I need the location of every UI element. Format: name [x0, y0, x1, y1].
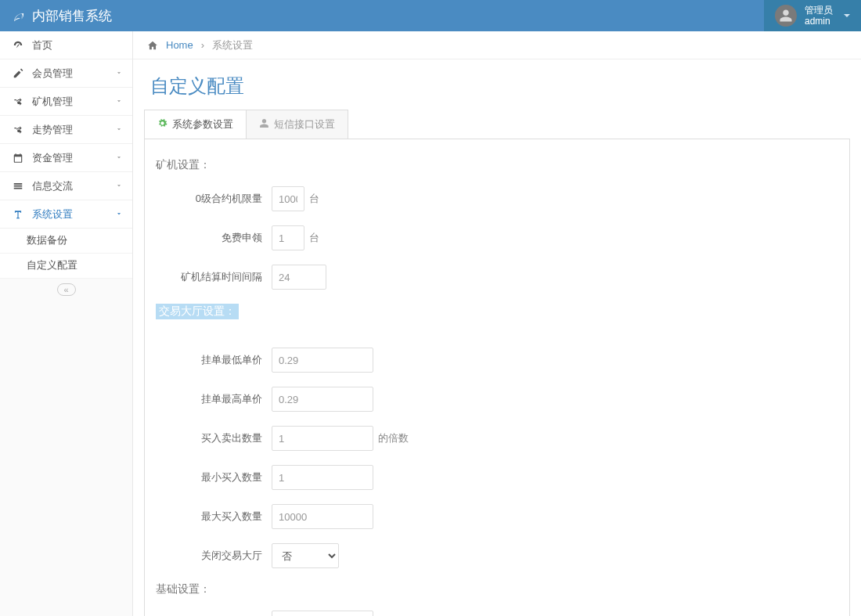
close-trade-select[interactable]: 否 — [272, 543, 339, 568]
calendar-icon — [12, 153, 24, 164]
page-title: 自定义配置 — [133, 59, 861, 110]
field-label: 挂单最高单价 — [156, 392, 272, 406]
tab-sms[interactable]: 短信接口设置 — [246, 110, 348, 139]
avatar — [775, 5, 797, 27]
row-settle-interval: 矿机结算时间间隔 — [156, 265, 838, 290]
sidebar-item-label: 首页 — [32, 38, 52, 52]
sidebar-item-label: 会员管理 — [32, 67, 73, 81]
form-panel: 矿机设置： 0级合约机限量 台 免费申领 台 矿机结算时间间隔 交易大厅设置： … — [144, 139, 850, 616]
trade-multi-input[interactable] — [272, 426, 373, 451]
sidebar-collapse-button[interactable]: « — [57, 283, 76, 296]
breadcrumb-current: 系统设置 — [212, 38, 253, 52]
user-icon — [779, 9, 793, 23]
sidebar-item-fund[interactable]: 资金管理 — [0, 144, 132, 172]
leaf-icon — [12, 9, 26, 23]
settle-interval-input[interactable] — [272, 265, 326, 290]
field-label: 最小买入数量 — [156, 470, 272, 485]
chevron-down-icon — [115, 208, 123, 220]
section-trade: 交易大厅设置： — [156, 304, 239, 319]
topbar: 内部销售系统 管理员 admin — [0, 0, 861, 31]
row-min-buy: 最小买入数量 — [156, 465, 838, 490]
field-label: 最大买入数量 — [156, 510, 272, 524]
dashboard-icon — [12, 40, 24, 51]
tabs: 系统参数设置 短信接口设置 — [144, 110, 850, 139]
field-label: 买入卖出数量 — [156, 431, 272, 445]
sidebar-subitem-backup[interactable]: 数据备份 — [0, 229, 132, 254]
breadcrumb: Home › 系统设置 — [133, 31, 861, 59]
field-label: 关闭交易大厅 — [156, 549, 272, 563]
brand: 内部销售系统 — [0, 7, 124, 25]
min-buy-input[interactable] — [272, 465, 373, 490]
chevron-down-icon — [115, 95, 123, 107]
chevron-down-icon — [115, 180, 123, 192]
content: Home › 系统设置 自定义配置 系统参数设置 短信接口设置 矿机设置： 0级… — [133, 31, 861, 616]
sidebar-subitem-custom[interactable]: 自定义配置 — [0, 254, 132, 279]
edit-icon — [12, 68, 24, 79]
tab-label: 系统参数设置 — [172, 117, 233, 131]
tab-label: 短信接口设置 — [274, 117, 335, 131]
min-price-input[interactable] — [272, 348, 373, 373]
free-claim-input[interactable] — [272, 225, 304, 250]
sidebar-item-label: 走势管理 — [32, 123, 73, 137]
sidebar-item-settings[interactable]: 系统设置 — [0, 200, 132, 229]
user-role: 管理员 — [805, 5, 833, 16]
row-trade-multi: 买入卖出数量 的倍数 — [156, 426, 838, 451]
caret-down-icon — [844, 14, 850, 17]
chevron-down-icon — [115, 152, 123, 164]
sidebar: 首页 会员管理 矿机管理 走势管理 资金管理 信息交流 — [0, 31, 133, 616]
user-menu[interactable]: 管理员 admin — [764, 0, 861, 31]
row-wechat: 客服微信号 — [156, 611, 838, 616]
list-icon — [12, 181, 24, 192]
field-label: 矿机结算时间间隔 — [156, 270, 272, 284]
text-icon — [12, 209, 24, 220]
field-suffix: 台 — [309, 231, 319, 245]
sidebar-item-label: 资金管理 — [32, 151, 73, 165]
sidebar-item-info[interactable]: 信息交流 — [0, 172, 132, 200]
field-suffix: 的倍数 — [378, 431, 409, 445]
field-label: 0级合约机限量 — [156, 192, 272, 206]
sidebar-item-label: 系统设置 — [32, 207, 73, 222]
max-buy-input[interactable] — [272, 504, 373, 529]
user-text: 管理员 admin — [805, 5, 833, 27]
chevron-down-icon — [115, 67, 123, 79]
sidebar-item-miner[interactable]: 矿机管理 — [0, 88, 132, 116]
cogs-icon — [157, 118, 168, 131]
shuffle-icon — [12, 124, 24, 135]
breadcrumb-sep: › — [201, 39, 204, 51]
sidebar-item-label: 矿机管理 — [32, 95, 73, 109]
field-label: 免费申领 — [156, 231, 272, 245]
sidebar-item-home[interactable]: 首页 — [0, 31, 132, 59]
row-max-price: 挂单最高单价 — [156, 387, 838, 412]
row-close-trade: 关闭交易大厅 否 — [156, 543, 838, 568]
home-icon — [147, 40, 158, 51]
section-miner: 矿机设置： — [156, 158, 838, 172]
sidebar-item-trend[interactable]: 走势管理 — [0, 116, 132, 144]
sidebar-item-member[interactable]: 会员管理 — [0, 59, 132, 88]
breadcrumb-home[interactable]: Home — [166, 39, 193, 51]
field-label: 挂单最低单价 — [156, 353, 272, 367]
miner-limit-input[interactable] — [272, 186, 304, 211]
shuffle-icon — [12, 96, 24, 107]
chevron-down-icon — [115, 124, 123, 135]
brand-text: 内部销售系统 — [32, 7, 112, 25]
sidebar-item-label: 信息交流 — [32, 179, 73, 193]
field-suffix: 台 — [309, 192, 319, 206]
tab-system-params[interactable]: 系统参数设置 — [144, 110, 247, 139]
row-free-claim: 免费申领 台 — [156, 225, 838, 250]
row-miner-limit: 0级合约机限量 台 — [156, 186, 838, 211]
user-name: admin — [805, 16, 833, 27]
max-price-input[interactable] — [272, 387, 373, 412]
row-min-price: 挂单最低单价 — [156, 348, 838, 373]
user-icon — [259, 118, 269, 131]
section-base: 基础设置： — [156, 582, 838, 596]
row-max-buy: 最大买入数量 — [156, 504, 838, 529]
wechat-input[interactable] — [272, 611, 373, 616]
